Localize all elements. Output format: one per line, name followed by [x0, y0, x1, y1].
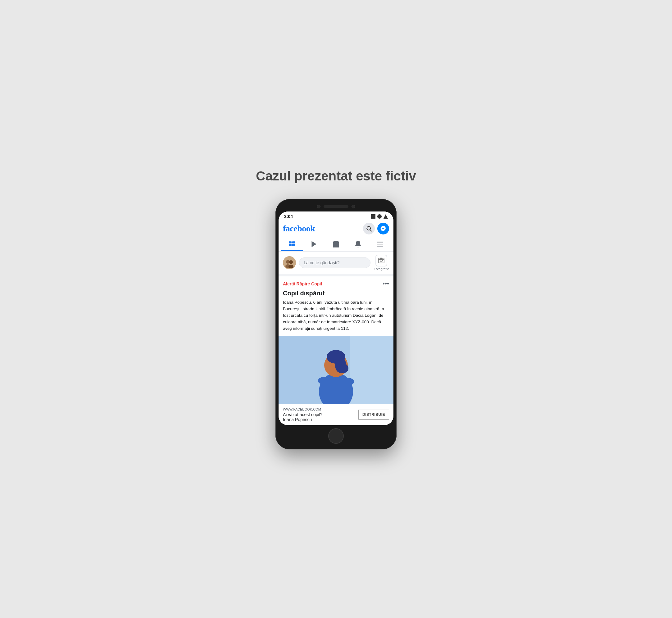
- post-options-button[interactable]: •••: [382, 280, 389, 287]
- post-input-area: La ce te gândəşti? Fotografie: [278, 251, 394, 276]
- bell-icon: [354, 240, 362, 248]
- home-icon: [288, 240, 296, 248]
- post-image: [278, 336, 394, 404]
- search-icon: [366, 225, 372, 232]
- svg-point-16: [289, 265, 294, 268]
- phone-camera: [317, 205, 321, 208]
- marketplace-icon: [332, 240, 340, 248]
- user-avatar: [283, 256, 296, 269]
- svg-rect-3: [292, 241, 295, 244]
- svg-line-1: [370, 230, 372, 231]
- post-body: Ioana Popescu, 6 ani, văzută ultima oară…: [278, 299, 394, 336]
- post-card: Alertă Răpire Copil ••• Copil dispărut I…: [278, 276, 394, 425]
- facebook-logo: facebook: [283, 224, 315, 233]
- link-url: WWW.FACEBOOK.COM: [283, 407, 358, 411]
- search-button[interactable]: [363, 223, 375, 234]
- post-header: Alertă Răpire Copil •••: [278, 276, 394, 289]
- phone-screen: 2:04 facebook: [278, 211, 394, 425]
- signal-icon: [377, 214, 382, 219]
- header-actions: [363, 223, 389, 234]
- child-illustration: [278, 336, 394, 404]
- phone-speaker: [324, 205, 348, 208]
- nav-video[interactable]: [303, 237, 325, 251]
- messenger-button[interactable]: [377, 223, 389, 234]
- svg-point-28: [339, 364, 348, 373]
- nav-tabs: [278, 237, 394, 251]
- status-bar: 2:04: [278, 211, 394, 220]
- link-preview: WWW.FACEBOOK.COM Ai văzut acest copil? I…: [278, 404, 394, 425]
- wifi-icon: [383, 214, 388, 219]
- svg-point-18: [380, 260, 382, 262]
- nav-notifications[interactable]: [347, 237, 369, 251]
- status-time: 2:04: [284, 214, 293, 219]
- link-info: WWW.FACEBOOK.COM Ai văzut acest copil? I…: [283, 407, 358, 422]
- svg-rect-22: [350, 336, 394, 404]
- phone-bottom: [278, 428, 394, 444]
- video-icon: [310, 240, 318, 248]
- svg-marker-6: [312, 241, 316, 247]
- svg-rect-5: [292, 244, 295, 246]
- nav-marketplace[interactable]: [325, 237, 347, 251]
- svg-rect-4: [289, 244, 292, 246]
- svg-point-14: [289, 260, 293, 264]
- facebook-header: facebook: [278, 220, 394, 237]
- phone-top-bar: [278, 205, 394, 208]
- messenger-icon: [380, 225, 386, 232]
- nav-home[interactable]: [281, 237, 303, 251]
- post-source: Alertă Răpire Copil: [283, 281, 322, 286]
- post-title: Copil dispărut: [278, 289, 394, 299]
- distribute-button[interactable]: DISTRIBUIE: [358, 410, 389, 420]
- photo-icon: [378, 257, 385, 264]
- svg-rect-17: [378, 259, 384, 263]
- menu-icon: [376, 240, 384, 248]
- svg-rect-19: [380, 258, 382, 259]
- photo-button[interactable]: Fotografie: [373, 254, 389, 271]
- status-icons: [371, 214, 388, 219]
- nav-menu[interactable]: [369, 237, 391, 251]
- photo-label: Fotografie: [373, 267, 389, 271]
- phone-camera-2: [351, 205, 355, 208]
- svg-point-30: [343, 378, 354, 385]
- svg-point-29: [318, 377, 329, 385]
- battery-icon: [371, 214, 375, 219]
- link-title: Ai văzut acest copil? Ioana Popescu: [283, 412, 358, 422]
- page-title: Cazul prezentat este fictiv: [256, 169, 416, 184]
- home-button[interactable]: [328, 428, 344, 444]
- photo-icon-box: [375, 254, 387, 267]
- phone-shell: 2:04 facebook: [275, 199, 397, 449]
- svg-rect-2: [289, 241, 292, 244]
- post-input[interactable]: La ce te gândəşti?: [299, 258, 370, 268]
- avatar-image: [283, 256, 296, 269]
